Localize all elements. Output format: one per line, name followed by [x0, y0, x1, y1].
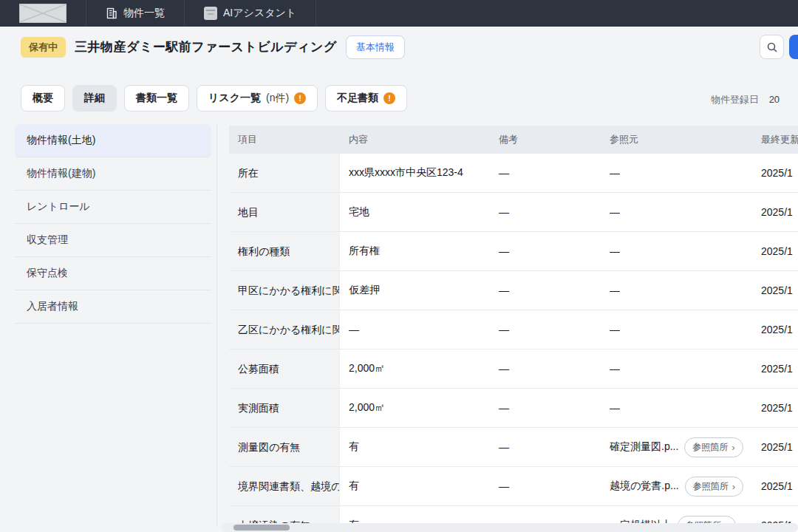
updated-cell: 2025/1	[752, 428, 798, 466]
sidebar-nav: 物件情報(土地)物件情報(建物)レントロール収支管理保守点検入居者情報	[15, 124, 211, 324]
sidebar-item-3[interactable]: 収支管理	[15, 224, 211, 257]
chevron-right-icon: ›	[732, 442, 734, 453]
tab-label: 概要	[33, 92, 53, 105]
sidebar-item-2[interactable]: レントロール	[15, 191, 211, 224]
note-cell: —	[490, 389, 601, 427]
nav-item-label: AIアシスタント	[223, 7, 296, 20]
sidebar-item-0[interactable]: 物件情報(土地)	[15, 124, 211, 157]
reference-button[interactable]: 参照箇所›	[684, 437, 743, 457]
source-cell: —	[601, 310, 752, 349]
note-cell: —	[490, 193, 601, 231]
sidebar-item-5[interactable]: 入居者情報	[15, 290, 211, 324]
content-cell: 有	[340, 467, 490, 505]
note-cell: —	[490, 154, 601, 192]
content-cell: 2,000㎡	[340, 349, 490, 388]
source-text: —	[610, 363, 620, 375]
item-cell: 測量図の有無	[229, 428, 340, 466]
horizontal-scrollbar-thumb[interactable]	[233, 525, 290, 531]
source-cell: —	[601, 389, 752, 427]
tab-1[interactable]: 詳細	[72, 85, 117, 112]
nav-item-label: 物件一覧	[123, 7, 165, 20]
tab-label: 不足書類	[337, 92, 378, 105]
table-row: 実測面積2,000㎡——2025/1	[229, 389, 798, 428]
status-badge: 保有中	[21, 37, 66, 58]
note-cell: —	[490, 310, 601, 349]
tab-label: 書類一覧	[136, 92, 177, 105]
source-cell: —	[601, 154, 752, 192]
tab-2[interactable]: 書類一覧	[124, 85, 189, 112]
sidebar-item-1[interactable]: 物件情報(建物)	[15, 157, 211, 191]
item-cell: 境界関連書類、越境の有無	[229, 467, 340, 505]
basic-info-button[interactable]: 基本情報	[346, 35, 405, 59]
logo-placeholder-icon	[19, 4, 66, 23]
source-text: —	[610, 206, 620, 218]
table-row: 公募面積2,000㎡——2025/1	[229, 349, 798, 389]
source-cell: —	[601, 349, 752, 388]
column-header: 項目	[229, 126, 340, 154]
sidebar-item-label: 収支管理	[27, 233, 68, 247]
sidebar-item-4[interactable]: 保守点検	[15, 257, 211, 290]
property-detail-table: 項目内容備考参照元最終更新 所在xxx県xxxx市中央区123-4——2025/…	[229, 126, 798, 532]
item-cell: 地目	[229, 193, 340, 231]
content-cell: 宅地	[340, 193, 490, 231]
column-header: 備考	[490, 126, 601, 154]
app-logo[interactable]	[0, 0, 86, 27]
note-cell: —	[490, 349, 601, 388]
table-body: 所在xxx県xxxx市中央区123-4——2025/1地目宅地——2025/1権…	[229, 154, 798, 532]
ai-assistant-icon	[204, 7, 217, 20]
table-header-row: 項目内容備考参照元最終更新	[229, 126, 798, 154]
reference-button[interactable]: 参照箇所›	[685, 477, 743, 497]
source-text: —	[610, 167, 620, 179]
tab-3[interactable]: リスク一覧(n件)!	[197, 85, 318, 112]
source-cell: 確定測量図.p...参照箇所›	[601, 428, 752, 466]
item-cell: 公募面積	[229, 349, 340, 388]
sidebar-item-label: レントロール	[27, 200, 90, 214]
sidebar-item-label: 保守点検	[27, 267, 68, 280]
source-text: —	[610, 402, 620, 414]
search-icon	[766, 41, 778, 53]
content-cell: 仮差押	[340, 271, 490, 310]
sidebar-item-label: 入居者情報	[27, 300, 78, 313]
tab-label: 詳細	[84, 92, 105, 105]
table-row: 測量図の有無有—確定測量図.p...参照箇所›2025/1	[229, 428, 798, 467]
note-cell: —	[490, 467, 601, 505]
content-cell: 所有権	[340, 232, 490, 270]
top-navbar: 物件一覧 AIアシスタント	[0, 0, 798, 27]
updated-cell: 2025/1	[752, 310, 798, 349]
column-header: 内容	[340, 126, 490, 154]
horizontal-scrollbar-track[interactable]	[222, 523, 798, 532]
source-cell: —	[601, 193, 752, 231]
tab-4[interactable]: 不足書類!	[325, 85, 407, 112]
source-text: —	[610, 284, 620, 296]
note-cell: —	[490, 428, 601, 466]
table-row: 甲区にかかる権利に関する事項仮差押——2025/1	[229, 271, 798, 310]
tab-label-suffix: (n件)	[266, 92, 289, 105]
registration-date-value: 20	[769, 94, 780, 105]
primary-action-button[interactable]	[789, 35, 798, 59]
source-text: 越境の覚書.p...	[610, 480, 679, 493]
content-cell: xxx県xxxx市中央区123-4	[340, 154, 490, 192]
source-text: —	[610, 245, 620, 257]
column-header: 最終更新	[752, 126, 798, 154]
item-cell: 実測面積	[229, 389, 340, 427]
nav-item-property-list[interactable]: 物件一覧	[86, 0, 185, 27]
table-row: 権利の種類所有権——2025/1	[229, 232, 798, 271]
source-cell: —	[601, 271, 752, 310]
tab-bar: 概要詳細書類一覧リスク一覧(n件)!不足書類!	[21, 85, 407, 112]
tab-0[interactable]: 概要	[21, 85, 65, 112]
content-cell: 2,000㎡	[340, 389, 490, 427]
registration-date: 物件登録日 20	[711, 93, 780, 106]
source-cell: —	[601, 232, 752, 270]
alert-icon: !	[294, 92, 306, 104]
column-header: 参照元	[601, 126, 752, 154]
table-row: 境界関連書類、越境の有無有—越境の覚書.p...参照箇所›2025/1	[229, 467, 798, 506]
sidebar-divider	[216, 124, 217, 526]
table-row: 乙区にかかる権利に関する事項———2025/1	[229, 310, 798, 349]
content-cell: 有	[340, 428, 490, 466]
source-text: 確定測量図.p...	[610, 440, 678, 454]
page-title: 三井物産ダミー駅前ファーストビルディング	[75, 38, 337, 55]
search-button[interactable]	[760, 35, 784, 59]
alert-icon: !	[383, 92, 395, 104]
source-text: —	[610, 324, 620, 335]
nav-item-ai-assistant[interactable]: AIアシスタント	[185, 0, 316, 27]
